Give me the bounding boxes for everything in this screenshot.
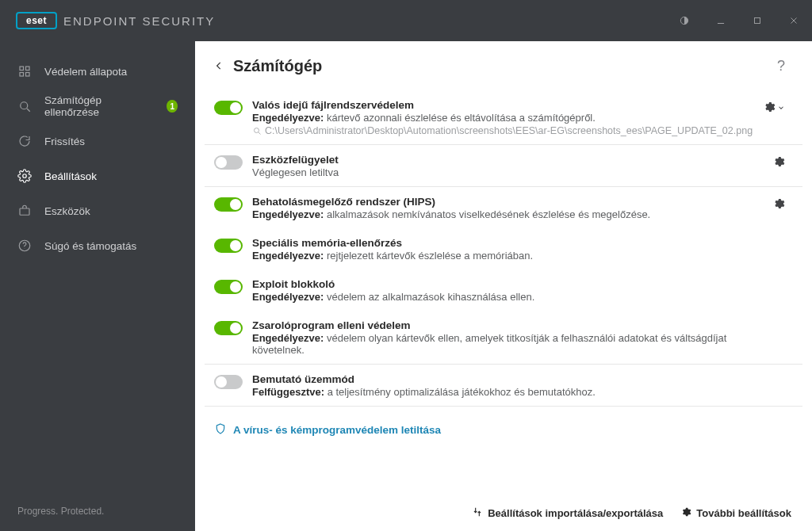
app-window: eset ENDPOINT SECURITY Védel (0, 0, 812, 531)
sidebar-item-update[interactable]: Frissítés (0, 124, 195, 159)
gear-icon (17, 169, 32, 183)
row-title: Speciális memória-ellenőrzés (252, 237, 758, 249)
sidebar-item-label: Beállítások (44, 170, 97, 182)
row-ransomware: Zsarolóprogram elleni védelem Engedélyez… (205, 311, 802, 364)
sidebar-item-tools[interactable]: Eszközök (0, 193, 195, 228)
maximize-button[interactable] (739, 0, 776, 41)
row-subtitle: Engedélyezve: kártevő azonnali észlelése… (252, 112, 758, 124)
brand: eset ENDPOINT SECURITY (0, 12, 215, 29)
page-help-button[interactable]: ? (777, 58, 785, 74)
gear-hips[interactable] (758, 196, 785, 210)
sidebar-item-label: Számítógép ellenőrzése (44, 94, 141, 118)
minimize-button[interactable] (703, 0, 739, 41)
svg-rect-8 (26, 73, 30, 77)
row-title: Eszközfelügyelet (252, 154, 758, 166)
gear-device-control[interactable] (758, 154, 785, 168)
more-settings-button[interactable]: További beállítások (680, 506, 791, 520)
svg-rect-5 (20, 67, 24, 71)
row-title: Behatolásmegelőző rendszer (HIPS) (252, 196, 758, 208)
row-hips: Behatolásmegelőző rendszer (HIPS) Engedé… (205, 187, 802, 228)
main: Számítógép ? Valós idejű fájlrendszervéd… (195, 41, 812, 531)
toggle-hips[interactable] (214, 197, 243, 212)
sidebar-item-help[interactable]: Súgó és támogatás (0, 228, 195, 263)
contrast-icon[interactable] (666, 0, 703, 41)
row-subtitle: Engedélyezve: rejtjelezett kártevők észl… (252, 250, 758, 262)
import-export-button[interactable]: Beállítások importálása/exportálása (472, 506, 663, 520)
svg-rect-7 (20, 73, 24, 77)
svg-line-10 (27, 109, 30, 112)
row-title: Valós idejű fájlrendszervédelem (252, 99, 758, 111)
refresh-icon (17, 134, 32, 148)
sidebar-item-protection-status[interactable]: Védelem állapota (0, 54, 195, 89)
page-title: Számítógép (233, 57, 322, 75)
scan-badge: 1 (167, 100, 178, 113)
sidebar-item-label: Eszközök (44, 205, 90, 217)
row-title: Exploit blokkoló (252, 278, 758, 290)
svg-rect-2 (755, 18, 760, 24)
gear-realtime[interactable] (758, 99, 785, 115)
page-header: Számítógép ? (195, 41, 812, 90)
row-subtitle: Engedélyezve: alkalmazások nemkívánatos … (252, 208, 758, 220)
toggle-exploit-blocker[interactable] (214, 280, 243, 294)
row-title: Zsarolóprogram elleni védelem (252, 319, 758, 331)
eset-logo: eset (16, 12, 57, 29)
link-label: A vírus- és kémprogramvédelem letiltása (233, 424, 441, 436)
disable-protection-link[interactable]: A vírus- és kémprogramvédelem letiltása (205, 407, 802, 444)
row-subtitle: Engedélyezve: védelem az alkalmazások ki… (252, 291, 758, 303)
shield-icon (214, 422, 227, 437)
sidebar-item-settings[interactable]: Beállítások (0, 159, 195, 193)
sidebar-item-label: Frissítés (44, 136, 85, 147)
import-export-icon (472, 506, 483, 520)
grid-icon (17, 64, 32, 78)
toggle-device-control[interactable] (214, 155, 243, 170)
help-icon (17, 239, 32, 253)
sidebar: Védelem állapota Számítógép ellenőrzése … (0, 41, 195, 531)
toggle-memory-scan[interactable] (214, 239, 243, 253)
row-realtime: Valós idejű fájlrendszervédelem Engedély… (205, 90, 802, 144)
titlebar: eset ENDPOINT SECURITY (0, 0, 812, 41)
row-device-control: Eszközfelügyelet Véglegesen letiltva (205, 145, 802, 186)
svg-rect-6 (26, 67, 30, 71)
product-name: ENDPOINT SECURITY (63, 14, 215, 28)
row-path: C:\Users\Administrator\Desktop\Automatio… (252, 125, 758, 136)
row-subtitle: Felfüggesztve: a teljesítmény optimalizá… (252, 386, 758, 398)
sidebar-item-label: Súgó és támogatás (44, 240, 136, 252)
chevron-down-icon (776, 101, 785, 115)
gear-icon (680, 506, 691, 520)
toggle-ransomware[interactable] (214, 321, 243, 335)
svg-line-16 (259, 132, 261, 135)
svg-point-15 (255, 128, 259, 133)
row-memory-scan: Speciális memória-ellenőrzés Engedélyezv… (205, 228, 802, 269)
sidebar-item-computer-scan[interactable]: Számítógép ellenőrzése 1 (0, 89, 195, 124)
footer: Beállítások importálása/exportálása Tová… (195, 495, 812, 531)
tagline: Progress. Protected. (0, 491, 195, 531)
toggle-realtime[interactable] (214, 101, 243, 115)
search-icon (17, 99, 32, 113)
svg-rect-12 (20, 208, 29, 215)
settings-content: Valós idejű fájlrendszervédelem Engedély… (195, 90, 812, 495)
svg-point-11 (23, 174, 27, 178)
toggle-demo-mode[interactable] (214, 375, 243, 389)
sidebar-item-label: Védelem állapota (44, 66, 127, 78)
row-subtitle: Engedélyezve: védelem olyan kártevők ell… (252, 332, 758, 356)
toolbox-icon (17, 204, 32, 218)
row-title: Bemutató üzemmód (252, 373, 758, 385)
row-subtitle: Véglegesen letiltva (252, 166, 758, 178)
row-exploit-blocker: Exploit blokkoló Engedélyezve: védelem a… (205, 269, 802, 311)
back-button[interactable] (209, 56, 228, 75)
close-button[interactable] (776, 0, 812, 41)
svg-point-9 (21, 102, 28, 109)
window-controls (666, 0, 812, 41)
row-demo-mode: Bemutató üzemmód Felfüggesztve: a teljes… (205, 365, 802, 406)
